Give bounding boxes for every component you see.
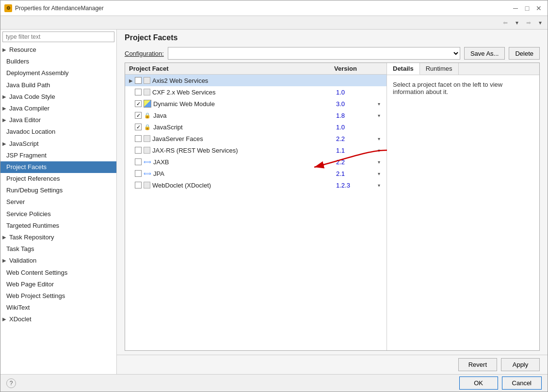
sidebar-item-java-code-style[interactable]: ▶ Java Code Style [0,91,116,103]
delete-button[interactable]: Delete [509,47,540,60]
facet-dropdown-java[interactable]: ▾ [375,113,383,118]
facet-name-header: Project Facet [129,65,334,72]
facet-row-jsf[interactable]: JavaServer Faces 2.2 ▾ [125,133,387,144]
expand-arrow: ▶ [2,47,6,53]
facet-checkbox-java[interactable]: ✓ [135,112,142,119]
facet-row-cxf[interactable]: CXF 2.x Web Services 1.0 [125,86,387,98]
ok-cancel-buttons: OK Cancel [459,376,542,390]
facet-checkbox-cxf[interactable] [135,89,142,95]
sidebar-item-web-project-settings[interactable]: Web Project Settings [0,290,116,302]
sidebar-item-java-editor[interactable]: ▶ Java Editor [0,114,116,126]
facet-row-javascript[interactable]: ✓ 🔒 JavaScript 1.0 [125,121,387,133]
sidebar-item-label: Web Page Editor [6,280,54,289]
facet-row-jaxb[interactable]: ⟺ JAXB 2.2 ▾ [125,156,387,168]
facet-icon-jsf [144,135,150,142]
close-button[interactable]: ✕ [534,3,544,13]
sidebar-item-task-tags[interactable]: Task Tags [0,243,116,255]
save-as-button[interactable]: Save As... [464,47,505,60]
window-title: Properties for AttendanceManager [15,5,104,12]
sidebar-item-targeted-runtimes[interactable]: Targeted Runtimes [0,220,116,232]
sidebar-item-label: Web Project Settings [6,292,65,300]
apply-button[interactable]: Apply [501,358,540,371]
ok-button[interactable]: OK [459,376,498,390]
sidebar-items: ▶ Resource Builders Deployment Assembly … [0,44,116,374]
facet-row-dynamic-web[interactable]: ✓ Dynamic Web Module 3.0 ▾ [125,98,387,110]
title-bar-left: ⚙ Properties for AttendanceManager [4,4,104,12]
config-select[interactable] [168,47,460,60]
facet-dropdown-jaxb[interactable]: ▾ [375,159,383,165]
facet-dropdown-jpa[interactable]: ▾ [375,171,383,176]
sidebar-item-java-build-path[interactable]: Java Build Path [0,79,116,91]
expand-arrow: ▶ [2,94,6,100]
facet-row-axis2[interactable]: ▶ Axis2 Web Services [125,75,387,86]
tab-details[interactable]: Details [387,63,420,75]
panel-header: Project Facets [117,30,548,44]
details-panel: Details Runtimes Select a project facet … [387,63,539,350]
cancel-button[interactable]: Cancel [502,376,542,390]
forward-dropdown-button[interactable]: ▾ [535,17,546,28]
facets-table: Project Facet Version ▶ Axis2 Web Servic… [125,63,387,350]
facet-dropdown-jsf[interactable]: ▾ [375,136,383,141]
sidebar-item-project-facets[interactable]: Project Facets [0,161,116,173]
sidebar-item-builders[interactable]: Builders [0,56,116,67]
sidebar-item-xdoclet[interactable]: ▶ XDoclet [0,314,116,325]
sidebar-item-validation[interactable]: ▶ Validation [0,255,116,267]
facet-expand-arrow: ▶ [129,78,135,83]
sidebar-item-label: Project Facets [6,163,47,172]
sidebar-item-web-content-settings[interactable]: Web Content Settings [0,267,116,279]
sidebar-item-jsp-fragment[interactable]: JSP Fragment [0,150,116,161]
facet-name-webdoclet: WebDoclet (XDoclet) [152,182,336,189]
facet-row-java[interactable]: ✓ 🔒 Java 1.8 ▾ [125,110,387,121]
sidebar-item-label: Task Tags [6,245,34,253]
back-dropdown-button[interactable]: ▾ [512,17,522,28]
facet-checkbox-javascript[interactable]: ✓ [135,124,142,130]
sidebar-item-java-compiler[interactable]: ▶ Java Compiler [0,103,116,114]
maximize-button[interactable]: □ [522,3,532,13]
facet-icon-jpa: ⟺ [144,170,151,177]
forward-button[interactable]: ➡ [523,17,534,28]
facet-icon-javascript: 🔒 [144,123,151,131]
sidebar-item-task-repository[interactable]: ▶ Task Repository [0,232,116,243]
sidebar-item-javadoc-location[interactable]: Javadoc Location [0,126,116,138]
facet-checkbox-dynamic-web[interactable]: ✓ [135,100,142,107]
facet-dropdown-jax-rs[interactable]: ▾ [375,148,383,153]
sidebar-item-deployment-assembly[interactable]: Deployment Assembly [0,67,116,79]
back-button[interactable]: ⬅ [500,17,511,28]
facet-row-jax-rs[interactable]: JAX-RS (REST Web Services) 1.1 ▾ [125,144,387,156]
facet-checkbox-jpa[interactable] [135,170,142,177]
facet-version-javascript: 1.0 [336,124,375,131]
sidebar-item-label: Javadoc Location [6,127,55,136]
sidebar-item-label: Java Compiler [9,104,49,113]
expand-arrow: ▶ [2,105,6,112]
facet-checkbox-jax-rs[interactable] [135,147,142,154]
facet-checkbox-axis2[interactable] [135,77,142,84]
sidebar-item-service-policies[interactable]: Service Policies [0,208,116,220]
filter-input[interactable] [2,31,114,42]
toolbar: ⬅ ▾ ➡ ▾ [0,16,548,30]
sidebar-item-label: Java Code Style [9,93,55,101]
tab-runtimes[interactable]: Runtimes [420,63,459,75]
facet-row-jpa[interactable]: ⟺ JPA 2.1 ▾ [125,168,387,179]
sidebar-item-web-page-editor[interactable]: Web Page Editor [0,279,116,290]
sidebar-item-resource[interactable]: ▶ Resource [0,44,116,56]
facet-dropdown-webdoclet[interactable]: ▾ [375,183,383,188]
facet-version-jax-rs: 1.1 [336,147,375,154]
facet-checkbox-jaxb[interactable] [135,158,142,165]
minimize-button[interactable]: ─ [511,3,520,13]
revert-button[interactable]: Revert [458,358,497,371]
help-button[interactable]: ? [6,378,16,388]
sidebar-item-wikitext[interactable]: WikiText [0,302,116,314]
facet-checkbox-webdoclet[interactable] [135,182,142,188]
facet-icon-webdoclet [144,182,150,188]
facet-name-dynamic-web: Dynamic Web Module [153,100,336,108]
sidebar-item-label: JavaScript [9,140,39,148]
facet-row-webdoclet[interactable]: WebDoclet (XDoclet) 1.2.3 ▾ [125,179,387,191]
facet-version-jsf: 2.2 [336,135,375,142]
sidebar-item-javascript[interactable]: ▶ JavaScript [0,138,116,150]
sidebar-item-server[interactable]: Server [0,196,116,208]
facet-dropdown-dynamic-web[interactable]: ▾ [375,101,383,107]
sidebar-item-project-references[interactable]: Project References [0,173,116,185]
sidebar-item-label: Project References [6,174,60,183]
facet-checkbox-jsf[interactable] [135,135,142,142]
sidebar-item-run-debug-settings[interactable]: Run/Debug Settings [0,185,116,196]
